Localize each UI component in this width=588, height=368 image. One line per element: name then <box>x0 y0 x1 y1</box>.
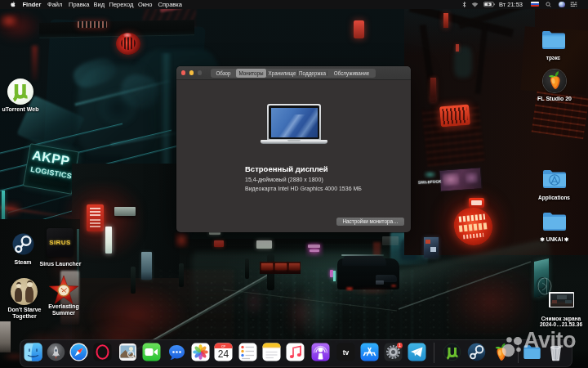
svg-text:24: 24 <box>218 348 229 360</box>
svg-text:1: 1 <box>399 343 401 348</box>
svg-text:СР: СР <box>221 344 226 348</box>
svg-text:tv: tv <box>343 348 350 357</box>
